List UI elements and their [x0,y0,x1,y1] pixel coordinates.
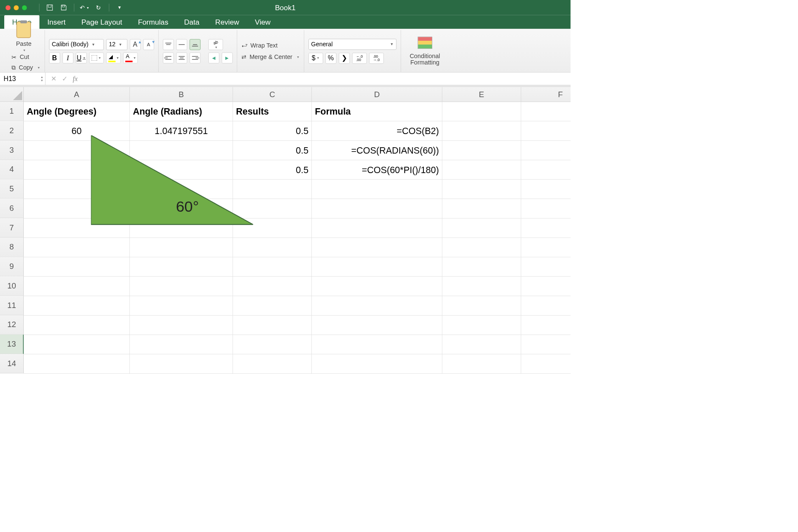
cell-F11[interactable] [521,296,571,316]
column-header-E[interactable]: E [442,87,521,101]
cell-E2[interactable] [442,121,521,141]
percent-button[interactable]: % [325,53,336,64]
cell-B12[interactable] [130,316,233,335]
select-all-corner[interactable] [0,87,24,101]
cell-F5[interactable] [521,179,571,199]
number-format-select[interactable]: General▼ [308,39,396,50]
column-header-D[interactable]: D [312,87,442,101]
cell-F8[interactable] [521,238,571,258]
decrease-decimal-button[interactable]: .00→.0 [369,53,384,64]
cell-E6[interactable] [442,199,521,218]
cell-D9[interactable] [312,257,442,277]
row-header-14[interactable]: 14 [0,354,24,373]
window-zoom-button[interactable] [22,5,27,10]
column-header-C[interactable]: C [233,87,312,101]
cell-F4[interactable] [521,160,571,180]
cell-E10[interactable] [442,277,521,296]
copy-button[interactable]: ⧉Copy▼ [11,64,40,71]
name-box[interactable]: H13 ▲▼ [0,73,45,85]
cell-E9[interactable] [442,257,521,277]
redo-icon[interactable]: ↻ [95,4,102,11]
wrap-text-button[interactable]: ⮐Wrap Text [241,42,300,49]
merge-center-button[interactable]: ⇄Merge & Center▼ [241,53,300,60]
cell-B10[interactable] [130,277,233,296]
triangle-shape[interactable]: 60° [91,135,255,226]
currency-button[interactable]: $▼ [308,53,323,64]
cell-F10[interactable] [521,277,571,296]
underline-button[interactable]: U▼ [76,52,87,63]
fill-color-button[interactable]: ◢▼ [106,52,120,63]
cell-C12[interactable] [233,316,312,335]
row-header-11[interactable]: 11 [0,296,24,315]
cell-E5[interactable] [442,179,521,199]
font-size-select[interactable]: 12▼ [106,39,127,50]
cell-D8[interactable] [312,238,442,258]
cell-D7[interactable] [312,218,442,238]
column-header-F[interactable]: F [521,87,571,101]
cell-C8[interactable] [233,238,312,258]
fx-icon[interactable]: fx [73,75,78,83]
cell-C13[interactable] [233,335,312,354]
window-close-button[interactable] [6,5,11,10]
row-header-2[interactable]: 2 [0,121,24,140]
cell-A13[interactable] [24,335,130,354]
comma-style-button[interactable]: ❯ [339,53,350,64]
align-right-button[interactable] [190,52,201,63]
cell-B9[interactable] [130,257,233,277]
conditional-formatting-button[interactable]: Conditional Formatting [405,52,445,65]
align-bottom-button[interactable] [190,39,201,50]
conditional-formatting-icon[interactable] [417,36,432,49]
column-header-A[interactable]: A [24,87,130,101]
cell-E13[interactable] [442,335,521,354]
cell-F7[interactable] [521,218,571,238]
cell-E12[interactable] [442,316,521,335]
italic-button[interactable]: I [62,52,73,63]
align-top-button[interactable] [163,39,174,50]
tab-formulas[interactable]: Formulas [130,15,176,29]
cell-D2[interactable]: =COS(B2) [312,121,442,141]
row-header-8[interactable]: 8 [0,238,24,257]
row-header-13[interactable]: 13 [0,335,24,354]
cell-B11[interactable] [130,296,233,316]
cell-A8[interactable] [24,238,130,258]
cell-E4[interactable] [442,160,521,180]
column-header-B[interactable]: B [130,87,233,101]
row-header-3[interactable]: 3 [0,140,24,160]
cell-F13[interactable] [521,335,571,354]
cell-A14[interactable] [24,354,130,374]
tab-data[interactable]: Data [176,15,207,29]
cell-D3[interactable]: =COS(RADIANS(60)) [312,141,442,160]
paste-button[interactable]: Paste ▼ [7,21,40,52]
cell-C11[interactable] [233,296,312,316]
cell-B13[interactable] [130,335,233,354]
cell-C14[interactable] [233,354,312,374]
tab-review[interactable]: Review [207,15,247,29]
cell-D14[interactable] [312,354,442,374]
cell-D13[interactable] [312,335,442,354]
cell-F3[interactable] [521,141,571,160]
autosave-icon[interactable] [46,4,53,11]
row-header-9[interactable]: 9 [0,257,24,277]
row-header-10[interactable]: 10 [0,276,24,296]
decrease-indent-button[interactable]: ◀ [208,52,219,63]
row-header-4[interactable]: 4 [0,160,24,179]
cell-F9[interactable] [521,257,571,277]
align-middle-button[interactable] [176,39,187,50]
tab-page-layout[interactable]: Page Layout [73,15,130,29]
cell-C9[interactable] [233,257,312,277]
cell-E1[interactable] [442,102,521,121]
cell-F6[interactable] [521,199,571,218]
cell-F14[interactable] [521,354,571,374]
cell-F12[interactable] [521,316,571,335]
increase-font-button[interactable]: A▴ [130,39,141,50]
cell-D1[interactable]: Formula [312,102,442,121]
cell-C10[interactable] [233,277,312,296]
increase-decimal-button[interactable]: ←.0.00 [352,53,367,64]
cell-C1[interactable]: Results [233,102,312,121]
border-button[interactable]: ▼ [89,52,104,63]
bold-button[interactable]: B [49,52,60,63]
window-minimize-button[interactable] [14,5,19,10]
cell-E11[interactable] [442,296,521,316]
cell-D4[interactable]: =COS(60*PI()/180) [312,160,442,180]
accept-formula-button[interactable]: ✓ [62,75,67,83]
